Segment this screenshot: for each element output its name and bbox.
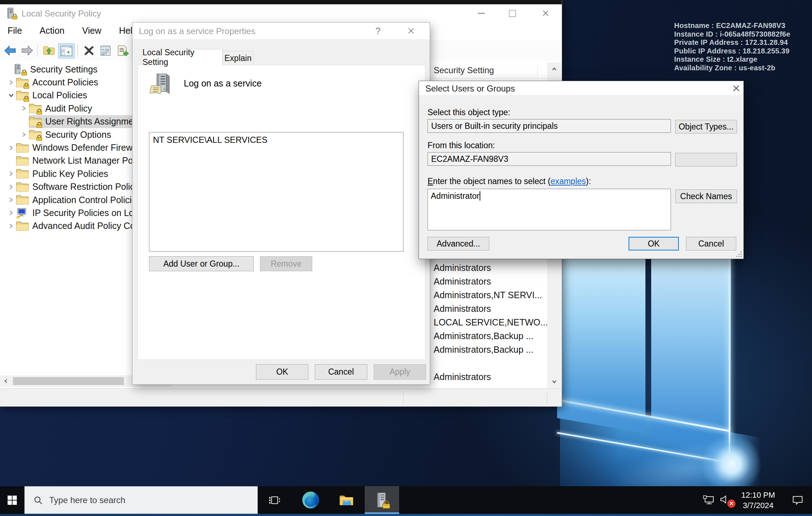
- chevron-right-icon[interactable]: [6, 169, 16, 178]
- spacer: [19, 117, 29, 126]
- ec2-instance-info: Hostname : EC2AMAZ-FAN98V3 Instance ID :…: [674, 22, 790, 72]
- scrollbar-thumb[interactable]: [13, 377, 124, 385]
- start-button[interactable]: [0, 486, 24, 514]
- object-type-label: Select this object type:: [428, 108, 510, 117]
- chevron-right-icon[interactable]: [6, 221, 16, 231]
- action-center-icon[interactable]: [788, 486, 807, 514]
- chevron-right-icon[interactable]: [6, 143, 16, 153]
- folder-lock-icon: [16, 90, 29, 101]
- chevron-down-icon[interactable]: [6, 91, 16, 100]
- menu-view[interactable]: View: [75, 22, 109, 36]
- ok-button[interactable]: OK: [256, 364, 308, 380]
- ok-button[interactable]: OK: [629, 237, 679, 250]
- maximize-button[interactable]: [501, 4, 523, 22]
- window-titlebar[interactable]: Local Security Policy: [0, 4, 562, 22]
- ec2-private-ip: Private IP Address : 172.31.28.94: [674, 38, 790, 47]
- cancel-button[interactable]: Cancel: [315, 364, 367, 380]
- menu-file[interactable]: File: [0, 22, 29, 36]
- spacer: [6, 156, 16, 165]
- cancel-button[interactable]: Cancel: [686, 237, 736, 250]
- dialog-titlebar[interactable]: Log on as a service Properties ?: [132, 23, 430, 39]
- members-listbox[interactable]: NT SERVICE\ALL SERVICES: [149, 132, 403, 252]
- ec2-instance-size: Instance Size : t2.xlarge: [674, 55, 790, 64]
- policy-icon: [150, 72, 173, 96]
- toolbar-separator: [78, 44, 78, 57]
- object-type-field[interactable]: [428, 119, 671, 133]
- close-icon[interactable]: [728, 81, 745, 95]
- up-one-level-icon[interactable]: [41, 43, 57, 58]
- scroll-up-icon[interactable]: [547, 62, 561, 75]
- file-explorer-icon[interactable]: [336, 486, 356, 514]
- resize-grip[interactable]: [736, 251, 742, 257]
- window-title: Local Security Policy: [22, 9, 101, 19]
- show-console-tree-icon[interactable]: [58, 43, 75, 58]
- chevron-right-icon[interactable]: [6, 208, 16, 217]
- bottom-edge-strip: [0, 514, 812, 516]
- properties-icon[interactable]: [98, 43, 113, 58]
- locations-button[interactable]: [675, 153, 737, 166]
- column-divider[interactable]: [537, 65, 538, 78]
- apply-button[interactable]: Apply: [374, 364, 426, 380]
- object-names-label: Enter the object names to select (exampl…: [428, 177, 591, 186]
- list-item[interactable]: NT SERVICE\ALL SERVICES: [149, 132, 403, 145]
- chevron-right-icon[interactable]: [6, 182, 16, 192]
- wallpaper-window-pane-right: [651, 250, 731, 464]
- edge-browser-icon[interactable]: [300, 486, 321, 514]
- folder-lock-icon: [29, 103, 42, 114]
- ec2-hostname: Hostname : EC2AMAZ-FAN98V3: [674, 22, 790, 30]
- minimize-button[interactable]: [470, 4, 493, 22]
- delete-icon[interactable]: [81, 43, 97, 58]
- ec2-public-ip: Public IP Address : 18.218.255.39: [674, 47, 790, 56]
- folder-lock-icon: [29, 116, 42, 127]
- search-input[interactable]: [48, 487, 251, 513]
- column-security-setting[interactable]: Security Setting: [434, 65, 494, 75]
- window-top-strip: [0, 0, 562, 4]
- volume-muted-icon[interactable]: ✕: [717, 486, 734, 514]
- chevron-right-icon[interactable]: [19, 130, 29, 139]
- scroll-left-icon[interactable]: [0, 375, 11, 387]
- tab-explain[interactable]: Explain: [223, 51, 253, 65]
- close-icon[interactable]: [402, 23, 420, 39]
- chevron-right-icon[interactable]: [19, 104, 29, 113]
- help-icon[interactable]: ?: [369, 23, 387, 39]
- dialog-title: Select Users or Groups: [425, 84, 515, 94]
- close-icon[interactable]: [535, 4, 557, 22]
- back-icon[interactable]: [2, 43, 18, 58]
- scroll-down-icon[interactable]: [547, 375, 561, 388]
- add-user-or-group-button[interactable]: Add User or Group...: [149, 256, 254, 271]
- wallpaper-pane-right-edge: [729, 252, 730, 463]
- tab-page: Log on as a service NT SERVICE\ALL SERVI…: [137, 65, 425, 360]
- task-view-icon[interactable]: [265, 486, 285, 514]
- export-list-icon[interactable]: [115, 43, 131, 58]
- statusbar-separator: [403, 391, 403, 404]
- folder-lock-icon: [16, 77, 29, 88]
- examples-link[interactable]: examples: [551, 177, 586, 186]
- menu-action[interactable]: Action: [32, 22, 72, 36]
- dialog-titlebar[interactable]: Select Users or Groups: [419, 81, 743, 95]
- object-types-button[interactable]: Object Types...: [675, 120, 737, 133]
- advanced-button[interactable]: Advanced...: [428, 237, 489, 250]
- security-settings-icon: [14, 64, 27, 75]
- folder-icon: [16, 221, 29, 231]
- chevron-right-icon[interactable]: [6, 195, 16, 205]
- check-names-button[interactable]: Check Names: [675, 189, 737, 203]
- monitor-key-icon: [16, 207, 29, 218]
- location-field[interactable]: [428, 152, 671, 166]
- logon-service-properties-dialog: Log on as a service Properties ? Local S…: [132, 22, 430, 385]
- object-names-field[interactable]: Administrator: [428, 189, 671, 230]
- statusbar-separator: [547, 391, 547, 404]
- app-icon: [6, 8, 17, 19]
- taskbar-clock[interactable]: 12:10 PM 3/7/2024: [737, 486, 780, 514]
- folder-lock-icon: [29, 129, 42, 140]
- select-users-or-groups-dialog: Select Users or Groups Select this objec…: [419, 81, 744, 259]
- taskbar-search[interactable]: [24, 486, 258, 514]
- status-bar: [0, 388, 562, 407]
- network-tray-icon[interactable]: [700, 486, 717, 514]
- folder-icon: [16, 168, 29, 179]
- local-security-policy-taskbar-button[interactable]: [365, 486, 399, 514]
- search-icon: [33, 496, 43, 505]
- tab-local-security-setting[interactable]: Local Security Setting: [142, 49, 223, 65]
- forward-icon[interactable]: [19, 43, 35, 58]
- remove-button[interactable]: Remove: [260, 256, 312, 271]
- chevron-right-icon[interactable]: [6, 78, 16, 87]
